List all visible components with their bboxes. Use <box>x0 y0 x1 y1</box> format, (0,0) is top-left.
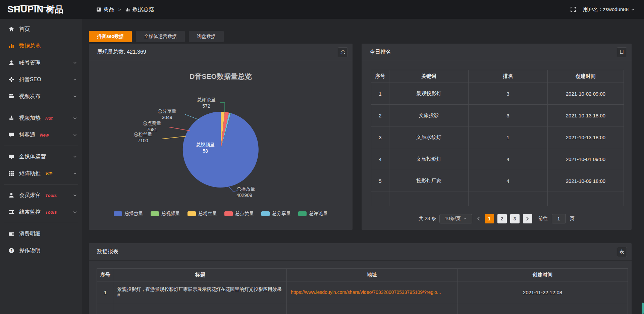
monitor-icon <box>8 154 14 160</box>
sidebar-item-label: 线索监控 <box>19 209 41 216</box>
table-cell: 4 <box>469 170 548 192</box>
app-icon <box>96 7 101 12</box>
scrollbar-thumb[interactable] <box>642 303 644 314</box>
sidebar-item-label: 操作说明 <box>19 247 41 254</box>
chevron-down-icon <box>73 78 77 81</box>
breadcrumb-item-root[interactable]: 树品 <box>104 6 114 13</box>
sidebar-item-badge: Tools <box>45 210 57 215</box>
table-cell: 2 <box>371 105 389 126</box>
chevron-down-icon <box>73 134 77 136</box>
chart-bars-icon <box>125 7 130 12</box>
column-header: 关键词 <box>389 70 469 83</box>
leader-line-share <box>185 114 200 120</box>
sidebar-item-badge: Tools <box>45 193 57 198</box>
pie-chart-area: D音SEO数据量总览 总评论量 572 总分享量 3049 <box>89 61 353 229</box>
logo-arc-decoration <box>12 5 47 8</box>
sidebar-item-video-camera[interactable]: 视频发布 <box>0 88 82 105</box>
legend-swatch <box>298 211 307 216</box>
table-cell: 2021-11-22 12:08 <box>458 281 628 303</box>
sidebar-item-home[interactable]: 首页 <box>0 21 82 38</box>
report-table: 序号标题地址创建时间 1景观投影灯，夜游景观投影灯厂家展示展示落花灯在花园里的灯… <box>97 268 628 314</box>
legend-item-2[interactable]: 总粉丝量 <box>187 211 217 217</box>
page-button-3[interactable]: 3 <box>510 214 520 223</box>
legend-item-1[interactable]: 总视频量 <box>151 211 180 217</box>
sidebar-item-label: 会员爆客 <box>19 192 41 199</box>
legend-item-5[interactable]: 总评论量 <box>298 211 328 217</box>
sidebar-item-badge: New <box>40 133 49 138</box>
pie-label-comment: 总评论量 572 <box>190 97 223 109</box>
sidebar-item-help[interactable]: ?操作说明 <box>0 242 82 259</box>
table-row: 3文旅水纹灯12021-10-13 18:00 <box>371 126 624 148</box>
next-page-button[interactable] <box>523 214 532 223</box>
table-cell: 4 <box>469 148 548 170</box>
sidebar-item-label: 全媒体运营 <box>19 153 46 160</box>
page-size-select[interactable]: 10条/页 <box>439 214 472 223</box>
page-button-2[interactable]: 2 <box>497 214 507 223</box>
sidebar-item-grid[interactable]: 矩阵助推VIP <box>0 165 82 182</box>
column-header: 序号 <box>371 70 389 83</box>
goto-page-input[interactable]: 1 <box>552 214 566 223</box>
dashboard-page: SHUPIN 树品 树品 > 数据总览 用户名：zswodun88 首页数据总览… <box>0 0 644 314</box>
sidebar-item-label: 矩阵助推 <box>19 170 41 177</box>
tab-0[interactable]: 抖音seo数据 <box>89 31 132 42</box>
chevron-down-icon <box>73 62 77 64</box>
sidebar-item-chat[interactable]: 抖客通New <box>0 126 82 143</box>
sidebar-item-label: 首页 <box>19 26 30 33</box>
brand-logo[interactable]: SHUPIN 树品 <box>0 4 82 15</box>
svg-text:?: ? <box>10 249 13 253</box>
sidebar-item-wallet[interactable]: 消费明细 <box>0 225 82 242</box>
sidebar-item-monitor[interactable]: 全媒体运营 <box>0 148 82 165</box>
table-cell[interactable]: https://www.iesdouyin.com/share/video/70… <box>287 281 458 303</box>
sidebar-item-label: 视频加热 <box>19 115 41 122</box>
table-cell: 2021-10-13 18:00 <box>548 105 624 126</box>
prev-page-button[interactable] <box>477 216 480 221</box>
legend-swatch <box>151 211 159 216</box>
table-row-empty <box>371 192 624 206</box>
topbar-right: 用户名：zswodun88 <box>570 6 644 13</box>
column-header: 序号 <box>97 269 114 281</box>
sidebar-item-user[interactable]: 账号管理 <box>0 54 82 71</box>
table-cell: 3 <box>469 105 548 126</box>
table-cell: 投影灯厂家 <box>389 170 469 192</box>
tab-1[interactable]: 全媒体运营数据 <box>136 31 185 42</box>
table-cell: 2021-10-09 18:00 <box>548 170 624 192</box>
chart-bars-icon <box>8 43 14 49</box>
fullscreen-icon[interactable] <box>570 6 576 12</box>
total-view-button[interactable]: 总 <box>338 47 348 57</box>
impressions-overview-card: 展现量总数: 421,369 总 D音SEO数据量总览 总评论量 572 <box>89 44 353 230</box>
page-button-1[interactable]: 1 <box>485 214 494 223</box>
user-menu[interactable]: 用户名：zswodun88 <box>583 6 635 13</box>
daily-view-button[interactable]: 日 <box>617 47 627 57</box>
table-cell: 文旅水纹灯 <box>389 126 469 148</box>
sidebar-item-badge: VIP <box>45 171 52 176</box>
data-source-tabs: 抖音seo数据全媒体运营数据询盘数据 <box>89 31 224 42</box>
sidebar-item-sliders[interactable]: 线索监控Tools <box>0 204 82 220</box>
sidebar-item-chart-bars[interactable]: 数据总览 <box>0 38 82 54</box>
ranking-card-header: 今日排名 日 <box>362 44 632 61</box>
tab-2[interactable]: 询盘数据 <box>189 31 224 42</box>
sidebar-divider <box>4 146 78 146</box>
chevron-down-icon <box>73 172 77 175</box>
table-view-button[interactable]: 表 <box>617 247 627 257</box>
sidebar-item-person[interactable]: 会员爆客Tools <box>0 187 82 204</box>
sidebar-divider <box>4 184 78 185</box>
legend-item-0[interactable]: 总播放量 <box>114 211 143 217</box>
pagination: 共 23 条 10条/页 123 前往 1 页 <box>362 214 632 223</box>
legend-swatch <box>114 211 122 216</box>
legend-item-3[interactable]: 总点赞量 <box>224 211 254 217</box>
today-ranking-card: 今日排名 日 序号关键词排名创建时间 1景观投影灯32021-10-02 09:… <box>362 44 632 230</box>
breadcrumb-item-current[interactable]: 数据总览 <box>132 6 154 13</box>
pie-label-fans: 总粉丝量 7100 <box>126 131 160 144</box>
top-bar: SHUPIN 树品 树品 > 数据总览 用户名：zswodun88 <box>0 0 644 19</box>
help-icon: ? <box>8 248 14 254</box>
table-row: 1景观投影灯，夜游景观投影灯厂家展示展示落花灯在花园里的灯光投影应用效果 #ht… <box>97 281 628 303</box>
sidebar-item-stamp[interactable]: 视频加热Hot <box>0 110 82 126</box>
person-icon <box>8 192 14 198</box>
grid-icon <box>8 170 14 176</box>
table-row: 2文旅投影32021-10-13 18:00 <box>371 105 624 126</box>
chevron-down-icon <box>73 194 77 197</box>
legend-item-4[interactable]: 总分享量 <box>261 211 291 217</box>
sidebar-nav: 首页数据总览账号管理抖音SEO视频发布视频加热Hot抖客通New全媒体运营矩阵助… <box>0 19 82 314</box>
chevron-down-icon <box>73 156 77 158</box>
sidebar-item-gear[interactable]: 抖音SEO <box>0 71 82 88</box>
